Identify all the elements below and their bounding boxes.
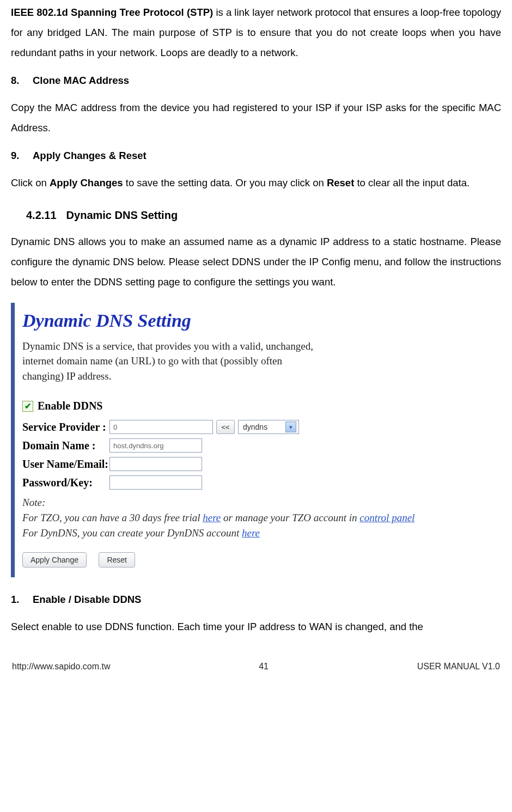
sec9-post: to clear all the input data.	[354, 177, 470, 188]
section-9-title: Apply Changes & Reset	[33, 150, 147, 161]
section-9-heading: 9.Apply Changes & Reset	[11, 149, 501, 163]
password-input[interactable]	[109, 475, 202, 490]
page-footer: http://www.sapido.com.tw 41 USER MANUAL …	[11, 662, 501, 678]
tzo-trial-link[interactable]: here	[203, 512, 221, 523]
footer-url: http://www.sapido.com.tw	[12, 662, 111, 671]
domain-name-label: Domain Name :	[22, 439, 109, 452]
service-provider-input[interactable]	[109, 420, 213, 434]
note-l1a: For TZO, you can have a 30 days free tri…	[22, 512, 203, 523]
footer-page-number: 41	[259, 662, 269, 671]
domain-name-row: Domain Name :	[22, 438, 437, 453]
service-provider-row: Service Provider : << dyndns ▾	[22, 420, 437, 434]
note-line-2: For DynDNS, you can create your DynDNS a…	[22, 526, 436, 541]
subsection-title: Dynamic DNS Setting	[66, 209, 178, 221]
section-1-heading: 1.Enable / Disable DDNS	[11, 593, 501, 607]
subsection-heading: 4.2.11Dynamic DNS Setting	[26, 209, 501, 222]
user-name-row: User Name/Email:	[22, 457, 437, 471]
sec9-b1: Apply Changes	[50, 177, 123, 188]
note-title: Note:	[22, 495, 436, 510]
section-1-body: Select enable to use DDNS function. Each…	[11, 616, 501, 637]
domain-name-input[interactable]	[109, 438, 202, 453]
section-1-num: 1.	[11, 593, 33, 607]
section-9-body: Click on Apply Changes to save the setti…	[11, 173, 501, 193]
section-8-num: 8.	[11, 74, 33, 88]
password-row: Password/Key:	[22, 475, 437, 490]
note-l1b: or manage your TZO account in	[221, 512, 359, 523]
user-name-input[interactable]	[109, 457, 202, 471]
apply-change-button[interactable]: Apply Change	[22, 552, 87, 567]
section-8-body: Copy the MAC address from the device you…	[11, 97, 501, 138]
stp-bold: IEEE 802.1d Spanning Tree Protocol (STP)	[11, 7, 213, 18]
password-label: Password/Key:	[22, 476, 109, 489]
section-8-heading: 8.Clone MAC Address	[11, 74, 501, 88]
note-l2a: For DynDNS, you can create your DynDNS a…	[22, 527, 242, 539]
dyndns-create-link[interactable]: here	[242, 527, 260, 539]
enable-ddns-checkbox[interactable]: ✔	[22, 401, 33, 412]
panel-button-row: Apply Change Reset	[22, 540, 437, 567]
chevron-down-icon: ▾	[285, 422, 296, 432]
panel-title: Dynamic DNS Setting	[22, 310, 437, 331]
ddns-panel: Dynamic DNS Setting Dynamic DNS is a ser…	[11, 303, 447, 577]
note-line-1: For TZO, you can have a 30 days free tri…	[22, 510, 436, 526]
stp-paragraph: IEEE 802.1d Spanning Tree Protocol (STP)…	[11, 2, 501, 63]
tzo-control-panel-link[interactable]: control panel	[359, 512, 415, 523]
section-8-title: Clone MAC Address	[33, 75, 129, 86]
enable-ddns-row: ✔ Enable DDNS	[22, 400, 437, 412]
panel-intro-text: Dynamic DNS is a service, that provides …	[22, 339, 316, 384]
sec9-mid: to save the setting data. Or you may cli…	[123, 177, 327, 188]
section-9-num: 9.	[11, 149, 33, 163]
footer-manual-version: USER MANUAL V1.0	[417, 662, 500, 671]
service-provider-select[interactable]: dyndns ▾	[238, 420, 299, 434]
user-name-label: User Name/Email:	[22, 457, 109, 471]
subsection-body: Dynamic DNS allows you to make an assume…	[11, 231, 501, 292]
sec9-b2: Reset	[327, 177, 354, 188]
reset-button[interactable]: Reset	[99, 552, 135, 567]
service-provider-label: Service Provider :	[22, 420, 109, 434]
service-provider-copy-button[interactable]: <<	[216, 420, 235, 434]
section-1-title: Enable / Disable DDNS	[33, 594, 141, 605]
service-provider-select-value: dyndns	[243, 423, 267, 431]
panel-note: Note: For TZO, you can have a 30 days fr…	[22, 495, 436, 540]
sec9-pre: Click on	[11, 177, 50, 188]
subsection-num: 4.2.11	[26, 209, 57, 222]
enable-ddns-label: Enable DDNS	[38, 400, 102, 412]
